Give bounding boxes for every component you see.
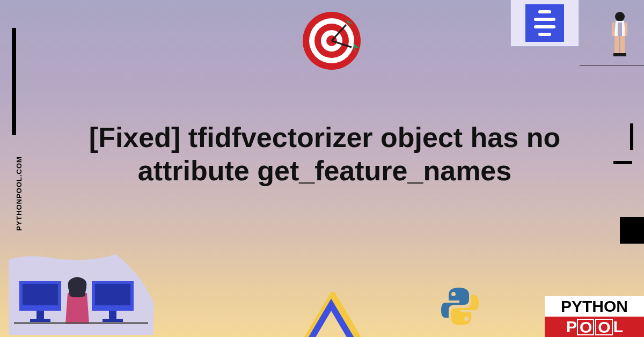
decorative-bar-right-2 xyxy=(613,161,632,164)
brand-line-1: PYTHON xyxy=(545,296,644,317)
decorative-block-right xyxy=(620,217,644,244)
svg-rect-20 xyxy=(109,311,116,319)
target-icon xyxy=(301,10,365,76)
python-pool-logo: PYTHON POOL xyxy=(545,296,644,337)
svg-rect-8 xyxy=(614,36,619,53)
ground-line xyxy=(580,65,644,66)
hamburger-menu-icon[interactable] xyxy=(525,4,564,42)
svg-rect-12 xyxy=(612,23,614,36)
svg-rect-13 xyxy=(625,23,627,36)
svg-point-7 xyxy=(615,12,625,21)
triangle-icon xyxy=(290,292,376,337)
decorative-bar-right-1 xyxy=(630,123,633,150)
svg-rect-10 xyxy=(613,53,620,56)
decorative-bar-left xyxy=(12,28,16,135)
svg-rect-11 xyxy=(620,53,626,56)
person-standing-icon xyxy=(605,11,634,67)
svg-rect-9 xyxy=(620,36,625,53)
workstation-illustration xyxy=(9,254,153,337)
svg-rect-19 xyxy=(95,284,130,305)
python-logo-icon xyxy=(439,285,481,329)
article-title: [Fixed] tfidfvectorizer object has no at… xyxy=(43,121,606,188)
svg-rect-15 xyxy=(23,284,58,305)
svg-rect-21 xyxy=(103,319,123,322)
svg-rect-17 xyxy=(30,319,50,322)
menu-panel xyxy=(510,0,580,47)
brand-line-2: POOL xyxy=(545,317,644,337)
site-url-vertical: PYTHONPOOL.COM xyxy=(15,156,23,231)
svg-rect-16 xyxy=(36,311,44,319)
